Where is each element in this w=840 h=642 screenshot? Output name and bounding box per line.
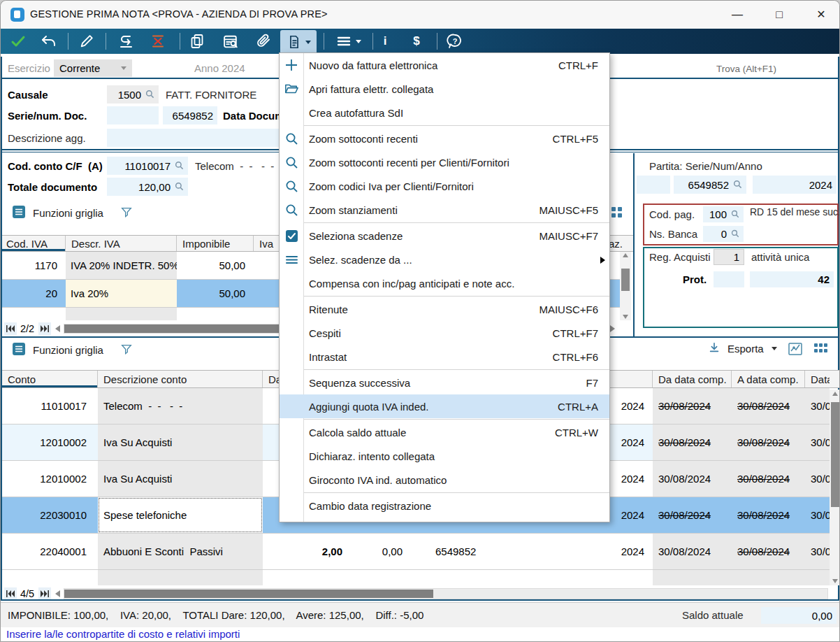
- revert-row-button[interactable]: [113, 30, 139, 52]
- scrollbar-thumb[interactable]: [831, 402, 839, 507]
- cell-descrizione-conto[interactable]: Iva Su Acquisti: [98, 425, 263, 460]
- cell-a-data-comp[interactable]: 30/08/2024: [732, 497, 805, 533]
- scroll-down-icon[interactable]: [832, 579, 838, 583]
- menu-item-dichiaraz-intento-collegata[interactable]: Dichiaraz. intento collegata: [280, 444, 609, 468]
- exit-button[interactable]: Esci: [789, 60, 829, 78]
- currency-button[interactable]: $: [406, 30, 427, 52]
- cell-conto[interactable]: 22040001: [2, 534, 92, 569]
- filter-icon[interactable]: [120, 206, 133, 220]
- partita-serie-field[interactable]: [637, 176, 670, 194]
- funzioni-griglia-label[interactable]: Funzioni griglia: [33, 207, 103, 219]
- cell-conto[interactable]: 22030010: [2, 497, 92, 533]
- col-header-anno[interactable]: [607, 371, 653, 387]
- cell-cod-iva[interactable]: 1170: [2, 252, 61, 279]
- search-icon[interactable]: [731, 228, 739, 240]
- cell-num-doc[interactable]: 6549852: [435, 534, 512, 569]
- col-header-imponibile[interactable]: Imponibile: [177, 236, 254, 251]
- menu-item-cespiti[interactable]: CespitiCTRL+F7: [280, 321, 609, 345]
- cell-a-data-comp[interactable]: 30/08/2024: [732, 534, 805, 569]
- cell-imponibile[interactable]: 50,00: [177, 280, 249, 307]
- grid-functions-icon[interactable]: [12, 205, 26, 221]
- scroll-down-icon[interactable]: [623, 315, 628, 319]
- col-header-a-data-comp[interactable]: A data comp.: [732, 371, 805, 387]
- main-grid-hscrollbar[interactable]: [64, 588, 828, 599]
- scroll-right-icon[interactable]: [610, 325, 615, 332]
- cell-conto[interactable]: 12010002: [2, 425, 92, 460]
- help-button[interactable]: ?: [442, 30, 468, 52]
- col-header-descr-iva[interactable]: Descr. IVA: [66, 236, 177, 251]
- reg-acquisti-field[interactable]: 1: [714, 249, 744, 265]
- menu-item-intrastat[interactable]: IntrastatCTRL+F6: [280, 345, 609, 369]
- menu-item-zoom-stanziamenti[interactable]: Zoom stanziamentiMAIUSC+F5: [280, 198, 609, 222]
- col-header-cod-iva[interactable]: Cod. IVA: [2, 236, 66, 251]
- col-header-descrizione-conto[interactable]: Descrizione conto: [98, 371, 263, 387]
- cell-descrizione-conto[interactable]: Telecom - - - -: [98, 388, 263, 424]
- attachment-button[interactable]: [251, 30, 276, 52]
- cell-a-data-comp[interactable]: 30/08/2024: [732, 388, 805, 424]
- cell-descrizione-conto[interactable]: Abbuoni E Sconti Passivi: [98, 534, 263, 569]
- cell-da-data-comp[interactable]: 30/08/2024: [653, 425, 732, 460]
- search-icon[interactable]: [731, 208, 739, 220]
- col-header-data-v[interactable]: Data v: [805, 371, 830, 387]
- cell-da-data-comp[interactable]: 30/08/2024: [653, 497, 732, 533]
- prot-num-field[interactable]: 42: [750, 271, 834, 287]
- cell-anno[interactable]: 2024: [607, 461, 649, 497]
- scrollbar-thumb[interactable]: [64, 590, 433, 598]
- cell-a-data-comp[interactable]: 30/08/2024: [732, 461, 805, 497]
- cell-descr-iva[interactable]: IVA 20% INDETR. 50%: [66, 252, 177, 279]
- main-grid-vscrollbar[interactable]: [830, 390, 840, 585]
- conto-row[interactable]: 22040001Abbuoni E Sconti Passivi2,000,00…: [2, 534, 830, 570]
- cell-anno[interactable]: 2024: [607, 425, 649, 460]
- find-button[interactable]: Trova (Alt+F1): [715, 60, 778, 78]
- ns-banca-field[interactable]: 0: [703, 226, 744, 242]
- cell-anno[interactable]: 2024: [607, 497, 649, 533]
- menu-item-nuovo-da-fattura-elettronica[interactable]: Nuovo da fattura elettronicaCTRL+F: [280, 53, 609, 77]
- cell-descrizione-conto[interactable]: Spese telefoniche: [98, 497, 263, 533]
- cell-anno[interactable]: 2024: [607, 388, 649, 424]
- menu-item-sequenza-successiva[interactable]: Sequenza successivaF7: [280, 371, 609, 394]
- partita-anno-field[interactable]: 2024: [753, 176, 837, 194]
- cell-data-v[interactable]: 30/0: [805, 461, 830, 497]
- first-page-button[interactable]: [4, 322, 17, 335]
- iva-grid-vscrollbar[interactable]: [620, 252, 631, 320]
- document-search-button[interactable]: [217, 30, 244, 52]
- cell-dare[interactable]: 2,00: [284, 534, 349, 569]
- col-header-iva[interactable]: Iva: [254, 236, 282, 251]
- cell-avere[interactable]: 0,00: [355, 534, 410, 569]
- scroll-left-icon[interactable]: [55, 325, 60, 332]
- maximize-button[interactable]: □: [764, 1, 795, 29]
- minimize-button[interactable]: —: [722, 1, 753, 29]
- menu-item-apri-fattura-elettr-collegata[interactable]: Apri fattura elettr. collegata: [280, 77, 609, 101]
- first-page-button[interactable]: [4, 587, 17, 600]
- cell-da-data-comp[interactable]: 30/08/2024: [653, 461, 732, 497]
- menu-item-compensa-con-inc-pag-anticipati-e-note-acc[interactable]: Compensa con inc/pag anticipati e note a…: [280, 271, 609, 295]
- cod-pag-field[interactable]: 100: [703, 206, 744, 222]
- cell-cod-iva[interactable]: 20: [2, 280, 61, 307]
- filter-icon[interactable]: [120, 343, 133, 357]
- cell-anno[interactable]: 2024: [607, 534, 649, 569]
- grid-layout-icon[interactable]: [610, 205, 624, 222]
- menu-item-selez-scadenze-da[interactable]: Selez. scadenze da ...: [280, 248, 609, 271]
- cell-imponibile[interactable]: 50,00: [177, 252, 249, 279]
- totale-field[interactable]: 120,00: [107, 178, 188, 196]
- cod-conto-field[interactable]: 11010017: [107, 157, 188, 175]
- cell-data-v[interactable]: 30/0: [805, 425, 830, 460]
- copy-button[interactable]: [184, 30, 210, 52]
- cell-conto[interactable]: 12010002: [2, 461, 92, 497]
- search-icon[interactable]: [175, 160, 184, 172]
- num-doc-field[interactable]: 6549852: [163, 106, 217, 124]
- cell-descrizione-conto[interactable]: Iva Su Acquisti: [98, 461, 263, 497]
- scrollbar-thumb[interactable]: [621, 269, 630, 291]
- delete-row-button[interactable]: [145, 30, 171, 52]
- cell-da-data-comp[interactable]: 30/08/2024: [653, 534, 732, 569]
- prot-serie-field[interactable]: [714, 271, 744, 287]
- menu-item-zoom-sottoconti-recenti[interactable]: Zoom sottoconti recentiCTRL+F5: [280, 127, 609, 150]
- esporta-button[interactable]: Esporta: [708, 341, 777, 356]
- menu-item-ritenute[interactable]: RitenuteMAIUSC+F6: [280, 297, 609, 321]
- last-page-button[interactable]: [38, 587, 51, 600]
- scroll-up-icon[interactable]: [832, 392, 838, 396]
- grid-functions-icon[interactable]: [12, 342, 26, 358]
- menu-item-crea-autofattura-sdi[interactable]: Crea autofattura SdI: [280, 101, 609, 124]
- menu-item-aggiungi-quota-iva-inded[interactable]: Aggiungi quota IVA inded.CTRL+A: [280, 394, 609, 418]
- info-button[interactable]: i: [375, 30, 395, 52]
